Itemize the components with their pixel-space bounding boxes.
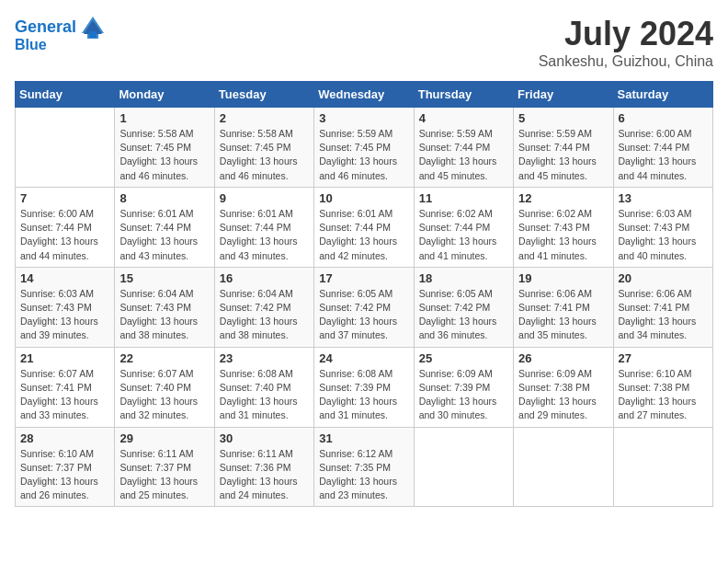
day-cell	[16, 108, 115, 188]
day-info: Sunrise: 5:59 AM Sunset: 7:45 PM Dayligh…	[319, 127, 408, 183]
day-cell: 5Sunrise: 5:59 AM Sunset: 7:44 PM Daylig…	[514, 108, 613, 188]
day-info: Sunrise: 6:11 AM Sunset: 7:36 PM Dayligh…	[220, 447, 309, 503]
weekday-header-monday: Monday	[115, 82, 214, 108]
day-number: 12	[518, 191, 608, 205]
location: Sankeshu, Guizhou, China	[539, 53, 713, 70]
page-header: General Blue July 2024 Sankeshu, Guizhou…	[15, 15, 713, 70]
day-info: Sunrise: 6:03 AM Sunset: 7:43 PM Dayligh…	[20, 287, 109, 343]
day-cell: 26Sunrise: 6:09 AM Sunset: 7:38 PM Dayli…	[514, 347, 613, 427]
day-info: Sunrise: 6:04 AM Sunset: 7:42 PM Dayligh…	[220, 287, 309, 343]
day-cell: 14Sunrise: 6:03 AM Sunset: 7:43 PM Dayli…	[16, 267, 115, 347]
day-number: 28	[20, 431, 109, 445]
weekday-header-wednesday: Wednesday	[314, 82, 414, 108]
day-number: 25	[419, 351, 508, 365]
day-info: Sunrise: 6:01 AM Sunset: 7:44 PM Dayligh…	[119, 207, 209, 263]
week-row-4: 21Sunrise: 6:07 AM Sunset: 7:41 PM Dayli…	[16, 347, 713, 427]
day-info: Sunrise: 6:01 AM Sunset: 7:44 PM Dayligh…	[220, 207, 309, 263]
day-cell: 3Sunrise: 5:59 AM Sunset: 7:45 PM Daylig…	[314, 108, 414, 188]
day-cell: 22Sunrise: 6:07 AM Sunset: 7:40 PM Dayli…	[115, 347, 214, 427]
day-cell: 30Sunrise: 6:11 AM Sunset: 7:36 PM Dayli…	[214, 427, 313, 507]
day-number: 19	[518, 271, 608, 285]
day-number: 30	[220, 431, 309, 445]
day-number: 13	[619, 191, 708, 205]
day-number: 17	[319, 271, 408, 285]
week-row-1: 1Sunrise: 5:58 AM Sunset: 7:45 PM Daylig…	[16, 108, 713, 188]
day-info: Sunrise: 6:05 AM Sunset: 7:42 PM Dayligh…	[319, 287, 408, 343]
day-number: 3	[319, 111, 408, 125]
day-number: 20	[619, 271, 708, 285]
day-number: 1	[119, 111, 209, 125]
day-number: 7	[20, 191, 109, 205]
day-number: 5	[518, 111, 608, 125]
logo-text: General	[15, 18, 76, 37]
day-cell: 6Sunrise: 6:00 AM Sunset: 7:44 PM Daylig…	[613, 108, 712, 188]
day-number: 18	[419, 271, 508, 285]
day-info: Sunrise: 6:05 AM Sunset: 7:42 PM Dayligh…	[419, 287, 508, 343]
day-number: 2	[220, 111, 309, 125]
day-cell: 13Sunrise: 6:03 AM Sunset: 7:43 PM Dayli…	[613, 187, 712, 267]
day-info: Sunrise: 6:06 AM Sunset: 7:41 PM Dayligh…	[619, 287, 708, 343]
day-cell: 29Sunrise: 6:11 AM Sunset: 7:37 PM Dayli…	[115, 427, 214, 507]
day-info: Sunrise: 6:00 AM Sunset: 7:44 PM Dayligh…	[619, 127, 708, 183]
day-cell: 4Sunrise: 5:59 AM Sunset: 7:44 PM Daylig…	[414, 108, 513, 188]
day-number: 26	[518, 351, 608, 365]
day-cell: 11Sunrise: 6:02 AM Sunset: 7:44 PM Dayli…	[414, 187, 513, 267]
day-info: Sunrise: 5:58 AM Sunset: 7:45 PM Dayligh…	[119, 127, 209, 183]
day-cell: 2Sunrise: 5:58 AM Sunset: 7:45 PM Daylig…	[214, 108, 313, 188]
day-cell: 23Sunrise: 6:08 AM Sunset: 7:40 PM Dayli…	[214, 347, 313, 427]
weekday-header-sunday: Sunday	[16, 82, 115, 108]
day-number: 10	[319, 191, 408, 205]
day-info: Sunrise: 5:58 AM Sunset: 7:45 PM Dayligh…	[220, 127, 309, 183]
day-number: 9	[220, 191, 309, 205]
day-info: Sunrise: 6:09 AM Sunset: 7:38 PM Dayligh…	[518, 367, 608, 423]
day-cell: 10Sunrise: 6:01 AM Sunset: 7:44 PM Dayli…	[314, 187, 414, 267]
day-number: 29	[119, 431, 209, 445]
day-info: Sunrise: 6:10 AM Sunset: 7:38 PM Dayligh…	[619, 367, 708, 423]
day-cell: 27Sunrise: 6:10 AM Sunset: 7:38 PM Dayli…	[613, 347, 712, 427]
day-info: Sunrise: 6:03 AM Sunset: 7:43 PM Dayligh…	[619, 207, 708, 263]
day-number: 31	[319, 431, 408, 445]
weekday-header-friday: Friday	[514, 82, 613, 108]
day-number: 16	[220, 271, 309, 285]
day-cell: 15Sunrise: 6:04 AM Sunset: 7:43 PM Dayli…	[115, 267, 214, 347]
month-year: July 2024	[539, 15, 713, 53]
day-number: 27	[619, 351, 708, 365]
day-number: 15	[119, 271, 209, 285]
day-info: Sunrise: 6:08 AM Sunset: 7:40 PM Dayligh…	[220, 367, 309, 423]
calendar-table: SundayMondayTuesdayWednesdayThursdayFrid…	[15, 81, 713, 507]
day-cell: 9Sunrise: 6:01 AM Sunset: 7:44 PM Daylig…	[214, 187, 313, 267]
day-number: 22	[119, 351, 209, 365]
week-row-2: 7Sunrise: 6:00 AM Sunset: 7:44 PM Daylig…	[16, 187, 713, 267]
day-cell: 28Sunrise: 6:10 AM Sunset: 7:37 PM Dayli…	[16, 427, 115, 507]
day-cell: 12Sunrise: 6:02 AM Sunset: 7:43 PM Dayli…	[514, 187, 613, 267]
day-cell: 18Sunrise: 6:05 AM Sunset: 7:42 PM Dayli…	[414, 267, 513, 347]
day-number: 14	[20, 271, 109, 285]
day-info: Sunrise: 6:06 AM Sunset: 7:41 PM Dayligh…	[518, 287, 608, 343]
day-info: Sunrise: 6:00 AM Sunset: 7:44 PM Dayligh…	[20, 207, 109, 263]
day-info: Sunrise: 5:59 AM Sunset: 7:44 PM Dayligh…	[419, 127, 508, 183]
day-cell: 25Sunrise: 6:09 AM Sunset: 7:39 PM Dayli…	[414, 347, 513, 427]
day-cell: 7Sunrise: 6:00 AM Sunset: 7:44 PM Daylig…	[16, 187, 115, 267]
day-info: Sunrise: 6:12 AM Sunset: 7:35 PM Dayligh…	[319, 447, 408, 503]
title-block: July 2024 Sankeshu, Guizhou, China	[539, 15, 713, 70]
day-number: 6	[619, 111, 708, 125]
day-info: Sunrise: 6:02 AM Sunset: 7:44 PM Dayligh…	[419, 207, 508, 263]
logo: General Blue	[15, 15, 106, 53]
day-cell: 21Sunrise: 6:07 AM Sunset: 7:41 PM Dayli…	[16, 347, 115, 427]
day-info: Sunrise: 6:08 AM Sunset: 7:39 PM Dayligh…	[319, 367, 408, 423]
day-number: 11	[419, 191, 508, 205]
day-number: 8	[119, 191, 209, 205]
day-cell: 17Sunrise: 6:05 AM Sunset: 7:42 PM Dayli…	[314, 267, 414, 347]
day-cell	[613, 427, 712, 507]
day-info: Sunrise: 6:04 AM Sunset: 7:43 PM Dayligh…	[119, 287, 209, 343]
day-cell: 16Sunrise: 6:04 AM Sunset: 7:42 PM Dayli…	[214, 267, 313, 347]
logo-icon	[80, 15, 106, 40]
day-cell	[414, 427, 513, 507]
day-info: Sunrise: 5:59 AM Sunset: 7:44 PM Dayligh…	[518, 127, 608, 183]
day-info: Sunrise: 6:11 AM Sunset: 7:37 PM Dayligh…	[119, 447, 209, 503]
day-cell: 19Sunrise: 6:06 AM Sunset: 7:41 PM Dayli…	[514, 267, 613, 347]
day-cell: 8Sunrise: 6:01 AM Sunset: 7:44 PM Daylig…	[115, 187, 214, 267]
day-number: 23	[220, 351, 309, 365]
day-cell	[514, 427, 613, 507]
day-info: Sunrise: 6:07 AM Sunset: 7:40 PM Dayligh…	[119, 367, 209, 423]
